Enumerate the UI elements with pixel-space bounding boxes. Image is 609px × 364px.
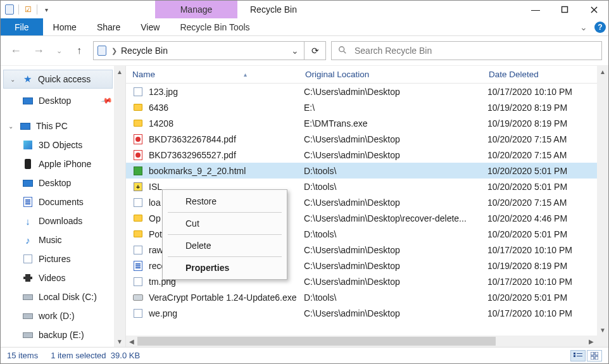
window-controls: — [521,1,608,18]
sidebar-scrollbar[interactable]: ▲ ▼ [114,66,125,347]
sidebar-item-backup-e-[interactable]: backup (E:) [1,325,125,344]
file-row[interactable]: BKD73632965527.pdfC:\Users\admin\Desktop… [126,147,608,163]
maximize-button[interactable] [550,1,579,18]
file-row[interactable]: BKD73632267844.pdfC:\Users\admin\Desktop… [126,131,608,147]
address-bar[interactable]: ❯ Recycle Bin ⌄ [93,41,304,60]
tab-share[interactable]: Share [87,18,130,35]
scroll-track[interactable] [597,77,608,324]
file-original-location: E:\ [304,103,487,113]
up-button[interactable]: ↑ [70,42,88,60]
file-row[interactable]: 123.jpgC:\Users\admin\Desktop10/17/2020 … [126,84,608,99]
breadcrumb-chevron-icon[interactable]: ❯ [111,47,117,55]
scroll-down-button[interactable]: ▼ [114,336,125,347]
forward-button[interactable]: → [30,42,47,60]
sidebar-item-label: Desktop [39,178,71,188]
sidebar-item-3d-objects[interactable]: 3D Objects [1,135,125,154]
properties-qat-icon[interactable]: ☑ [23,4,33,15]
file-row[interactable]: we.pngC:\Users\admin\Desktop10/17/2020 1… [126,305,608,321]
scroll-track[interactable] [137,336,586,347]
sidebar-item-desktop[interactable]: Desktop 📌 [1,91,125,110]
download-icon: ↓ [22,215,34,227]
file-date-deleted: 10/17/2020 10:10 PM [487,277,608,287]
menu-item-delete[interactable]: Delete [163,237,287,254]
file-row[interactable]: bookmarks_9_2_20.htmlD:\tools\10/20/2020… [126,163,608,179]
file-date-deleted: 10/20/2020 7:15 AM [487,150,608,160]
tab-home[interactable]: Home [43,18,87,35]
search-icon [338,46,347,56]
file-row[interactable]: VeraCrypt Portable 1.24-Update6.exeD:\to… [126,289,608,305]
large-icons-view-button[interactable] [587,350,602,361]
sidebar-this-pc[interactable]: ⌄ This PC [1,116,125,135]
address-location[interactable]: Recycle Bin [121,46,285,56]
sidebar-item-downloads[interactable]: ↓Downloads [1,211,125,230]
file-original-location: C:\Users\admin\Desktop [304,277,487,287]
file-date-deleted: 10/19/2020 8:19 PM [487,261,608,271]
sidebar-quick-access[interactable]: ⌄ ★ Quick access [3,70,113,89]
scroll-right-button[interactable]: ▶ [586,336,597,347]
file-original-location: C:\Users\admin\Desktop [304,198,487,208]
expand-icon[interactable]: ⌄ [9,76,16,83]
address-dropdown-button[interactable]: ⌄ [289,46,301,56]
doc-icon [132,260,144,272]
scroll-up-button[interactable]: ▲ [597,66,608,77]
quick-access-toolbar: ☑ ▾ [1,1,54,18]
menu-item-properties[interactable]: Properties [163,259,287,277]
disk-icon [22,291,34,303]
vertical-scrollbar[interactable]: ▲ ▼ [597,66,608,336]
file-name: 123.jpg [149,87,304,97]
scroll-down-button[interactable]: ▼ [597,324,608,336]
navigation-bar: ← → ⌄ ↑ ❯ Recycle Bin ⌄ ⟳ Search Recycle… [1,36,608,65]
sidebar-item-pictures[interactable]: Pictures [1,249,125,268]
dw-icon [132,165,144,177]
column-original-location[interactable]: Original Location [299,66,482,83]
help-button[interactable]: ? [592,18,608,35]
sidebar-item-apple-iphone[interactable]: Apple iPhone [1,154,125,173]
menu-item-cut[interactable]: Cut [163,215,287,232]
scroll-thumb[interactable] [137,337,496,346]
pin-icon: 📌 [100,94,113,107]
svg-rect-0 [562,7,568,13]
expand-icon[interactable]: ⌄ [7,123,15,130]
maximize-icon [561,6,568,13]
monitor-icon [20,120,31,132]
sidebar-item-videos[interactable]: Videos [1,268,125,287]
details-view-button[interactable] [570,350,586,361]
status-item-count: 15 items [7,351,38,360]
column-name[interactable]: Name ▴ [126,66,299,83]
close-button[interactable] [579,1,608,18]
file-date-deleted: 10/20/2020 5:01 PM [487,229,608,239]
refresh-button[interactable]: ⟳ [304,41,326,60]
column-label: Name [132,70,155,79]
minimize-button[interactable]: — [521,1,550,18]
sidebar-item-documents[interactable]: Documents [1,192,125,211]
file-tab[interactable]: File [1,18,43,35]
svg-rect-5 [574,355,575,357]
pdf-icon [132,134,144,145]
tab-view[interactable]: View [130,18,170,35]
scroll-up-button[interactable]: ▲ [114,66,125,77]
qat-dropdown-icon[interactable]: ▾ [41,4,51,15]
file-row[interactable]: 6436E:\10/19/2020 8:19 PM [126,99,608,115]
sidebar-item-work-d-[interactable]: work (D:) [1,306,125,325]
ribbon-collapse-button[interactable]: ⌄ [575,18,592,35]
svg-point-1 [339,46,344,51]
sidebar-item-desktop[interactable]: Desktop [1,173,125,192]
file-date-deleted: 10/17/2020 10:10 PM [487,308,608,318]
scroll-track[interactable] [114,77,125,336]
column-date-deleted[interactable]: Date Deleted [482,66,608,83]
tab-recycle-bin-tools[interactable]: Recycle Bin Tools [170,18,260,35]
horizontal-scrollbar[interactable]: ◀ ▶ [126,336,597,347]
sidebar-item-local-disk-c-[interactable]: Local Disk (C:) [1,287,125,306]
menu-item-restore[interactable]: Restore [163,192,287,210]
sidebar-item-label: Music [39,235,62,245]
sidebar-item-music[interactable]: ♪Music [1,230,125,249]
file-date-deleted: 10/20/2020 5:01 PM [487,182,608,192]
sidebar-item-label: Downloads [39,216,82,226]
scroll-left-button[interactable]: ◀ [126,336,137,347]
back-button[interactable]: ← [7,42,25,60]
recent-locations-button[interactable]: ⌄ [53,42,65,60]
img-icon [132,197,144,208]
file-name: 6436 [149,103,304,113]
search-box[interactable]: Search Recycle Bin [331,41,602,60]
file-row[interactable]: 14208E:\DMTrans.exe10/19/2020 8:19 PM [126,115,608,131]
